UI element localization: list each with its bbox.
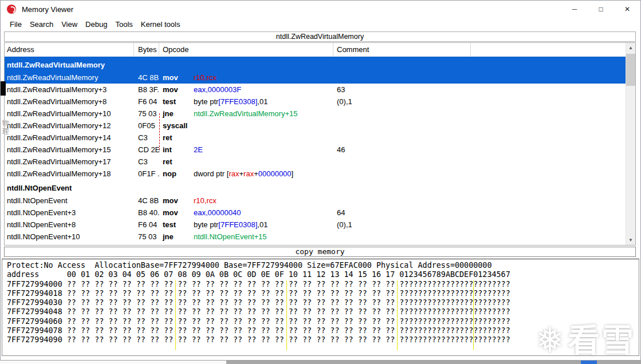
disasm-row[interactable]: ntdll.ZwReadVirtualMemory+180F1F ...nopd… xyxy=(5,168,626,180)
disasm-row[interactable]: ntdll.ZwReadVirtualMemory+8F6 04 ...test… xyxy=(5,96,626,108)
column-header-bytes[interactable]: Bytes xyxy=(134,43,159,56)
hexview-column-header: address 00 01 02 03 04 05 06 07 08 09 0A… xyxy=(2,270,639,279)
disasm-row[interactable]: ntdll.NtOpenEvent+8F6 04 ...testbyte ptr… xyxy=(5,219,626,231)
hex-group-separator xyxy=(175,280,176,350)
minimize-button[interactable]: ─ xyxy=(561,1,588,18)
instruction-mnemonic: syscall xyxy=(163,121,194,130)
instruction-mnemonic: jne xyxy=(163,232,194,241)
taskbar-icon[interactable] xyxy=(581,361,597,364)
operand-segment: ntdll.NtOpenEvent+15 xyxy=(194,232,267,241)
instruction-address: ntdll.ZwReadVirtualMemory+17 xyxy=(5,157,134,166)
instruction-opcode: testbyte ptr [7FFE0308],01 xyxy=(159,220,333,229)
instruction-bytes: 0F05 xyxy=(134,121,159,130)
instruction-address: ntdll.NtOpenEvent+10 xyxy=(5,232,134,241)
instruction-address: ntdll.NtOpenEvent+3 xyxy=(5,208,134,217)
disasm-row[interactable]: ntdll.ZwReadVirtualMemory+15CD 2E▶int2E4… xyxy=(5,144,626,156)
group-symbol-label: ntdll.ZwReadVirtualMemory xyxy=(5,61,134,72)
disasm-row[interactable]: ntdll.NtOpenEvent+3B8 40...moveax,000000… xyxy=(5,207,626,219)
instruction-mnemonic: mov xyxy=(163,73,194,82)
instruction-comment: 46 xyxy=(333,145,471,154)
menu-item-kernel-tools[interactable]: Kernel tools xyxy=(137,18,184,30)
menu-item-file[interactable]: File xyxy=(6,18,26,30)
app-icon xyxy=(7,5,16,14)
disasm-row[interactable]: ntdll.ZwReadVirtualMemory+17C3ret xyxy=(5,156,626,168)
menu-item-search[interactable]: Search xyxy=(26,18,57,30)
disasm-row[interactable]: ntdll.ZwReadVirtualMemory+1075 03jnentdl… xyxy=(5,108,626,120)
scroll-up-icon[interactable]: ▲ xyxy=(626,43,635,53)
instruction-opcode: movr10,rcx xyxy=(159,196,333,205)
instruction-opcode: moveax,00000040 xyxy=(159,208,333,217)
disasm-group-row[interactable]: ntdll.NtOpenEvent xyxy=(5,180,626,195)
disasm-row[interactable]: ntdll.ZwReadVirtualMemory4C 8B...movr10,… xyxy=(5,72,626,84)
operand-segment: r10,rcx xyxy=(194,196,217,205)
group-symbol-label: ntdll.NtOpenEvent xyxy=(5,184,134,195)
operand-segment: eax,0000003F xyxy=(194,85,241,94)
instruction-bytes: C3 xyxy=(134,133,159,142)
disasm-row[interactable]: ntdll.ZwReadVirtualMemory+120F05syscall xyxy=(5,120,626,132)
instruction-comment: (0),1 xyxy=(333,97,471,106)
disasm-group-row[interactable]: ntdll.ZwReadVirtualMemory xyxy=(5,57,626,72)
disasm-row[interactable]: ntdll.NtOpenEvent+1075 03jnentdll.NtOpen… xyxy=(5,231,626,243)
docked-panel-tab[interactable] xyxy=(1,81,6,96)
operand-segment: 00000000 xyxy=(258,169,292,178)
column-headers: AddressBytesOpcodeComment xyxy=(5,43,626,57)
disasm-row[interactable]: ntdll.ZwReadVirtualMemory+3B8 3F...movea… xyxy=(5,84,626,96)
instruction-address: ntdll.ZwReadVirtualMemory+15 xyxy=(5,145,134,154)
instruction-opcode: jnentdll.ZwReadVirtualMemory+15 xyxy=(159,109,333,118)
column-header-address[interactable]: Address xyxy=(5,43,134,56)
operand-segment: dword ptr [ xyxy=(194,169,229,178)
operand-segment: + xyxy=(254,169,258,178)
operand-segment: 2E xyxy=(194,145,203,154)
hex-row[interactable]: 7FF727994078 ?? ?? ?? ?? ?? ?? ?? ?? ?? … xyxy=(2,326,639,335)
instruction-opcode: movr10,rcx xyxy=(159,73,333,82)
column-header-comment[interactable]: Comment xyxy=(333,43,471,56)
copy-memory-button[interactable]: copy memory xyxy=(4,247,636,257)
close-button[interactable]: ✕ xyxy=(614,1,640,18)
operand-segment: ,01 xyxy=(257,97,268,106)
instruction-address: ntdll.ZwReadVirtualMemory xyxy=(5,73,134,82)
scroll-down-icon[interactable]: ▼ xyxy=(626,235,635,245)
instruction-address: ntdll.ZwReadVirtualMemory+3 xyxy=(5,85,134,94)
instruction-bytes: B8 40... xyxy=(134,208,159,217)
menu-item-debug[interactable]: Debug xyxy=(81,18,111,30)
scrollbar-thumb[interactable] xyxy=(626,54,635,86)
instruction-mnemonic: test xyxy=(163,97,194,106)
instruction-bytes: CD 2E xyxy=(134,145,159,154)
hex-row[interactable]: 7FF727994030 ?? ?? ?? ?? ?? ?? ?? ?? ?? … xyxy=(2,298,639,307)
disasm-row[interactable]: ntdll.ZwReadVirtualMemory+14C3ret xyxy=(5,132,626,144)
instruction-bytes: 4C 8B... xyxy=(134,196,159,205)
instruction-opcode: ret xyxy=(159,133,333,142)
column-header-opcode[interactable]: Opcode xyxy=(159,43,333,56)
instruction-comment: 63 xyxy=(333,85,471,94)
menu-item-view[interactable]: View xyxy=(57,18,81,30)
operand-segment: byte ptr xyxy=(194,220,218,229)
disasm-rows: ntdll.ZwReadVirtualMemoryntdll.ZwReadVir… xyxy=(5,57,626,245)
window-title: Memory Viewer xyxy=(22,5,73,14)
column-header-filler xyxy=(471,43,626,56)
memory-region-info: Protect:No Access AllocationBase=7FF7279… xyxy=(2,259,639,270)
instruction-opcode: jnentdll.NtOpenEvent+15 xyxy=(159,232,333,241)
hexview-panel: Protect:No Access AllocationBase=7FF7279… xyxy=(2,259,639,356)
operand-segment: byte ptr xyxy=(194,97,218,106)
instruction-address: ntdll.ZwReadVirtualMemory+18 xyxy=(5,169,134,178)
hex-row[interactable]: 7FF727994000 ?? ?? ?? ?? ?? ?? ?? ?? ?? … xyxy=(2,280,639,289)
instruction-address: ntdll.ZwReadVirtualMemory+12 xyxy=(5,121,134,130)
hex-row[interactable]: 7FF727994048 ?? ?? ?? ?? ?? ?? ?? ?? ?? … xyxy=(2,307,639,316)
menu-item-tools[interactable]: Tools xyxy=(111,18,136,30)
vertical-scrollbar[interactable]: ▲ ▼ xyxy=(626,43,635,245)
instruction-bytes: 0F1F ... xyxy=(134,169,159,178)
instruction-mnemonic: mov xyxy=(163,85,194,94)
hex-row[interactable]: 7FF727994060 ?? ?? ?? ?? ?? ?? ?? ?? ?? … xyxy=(2,317,639,326)
instruction-mnemonic: jne xyxy=(163,109,194,118)
disassembly-panel: AddressBytesOpcodeComment ntdll.ZwReadVi… xyxy=(4,42,636,246)
operand-segment: ,01 xyxy=(257,220,268,229)
instruction-bytes: B8 3F... xyxy=(134,85,159,94)
maximize-button[interactable]: □ xyxy=(588,1,614,18)
instruction-mnemonic: test xyxy=(163,220,194,229)
instruction-bytes: 75 03 xyxy=(134,109,159,118)
disasm-row[interactable]: ntdll.NtOpenEvent4C 8B...movr10,rcx xyxy=(5,195,626,207)
hex-group-separator xyxy=(286,280,287,350)
hex-row[interactable]: 7FF727994090 ?? ?? ?? ?? ?? ?? ?? ?? ?? … xyxy=(2,335,639,345)
hex-row[interactable]: 7FF727994018 ?? ?? ?? ?? ?? ?? ?? ?? ?? … xyxy=(2,289,639,298)
instruction-opcode: ret xyxy=(159,157,333,166)
